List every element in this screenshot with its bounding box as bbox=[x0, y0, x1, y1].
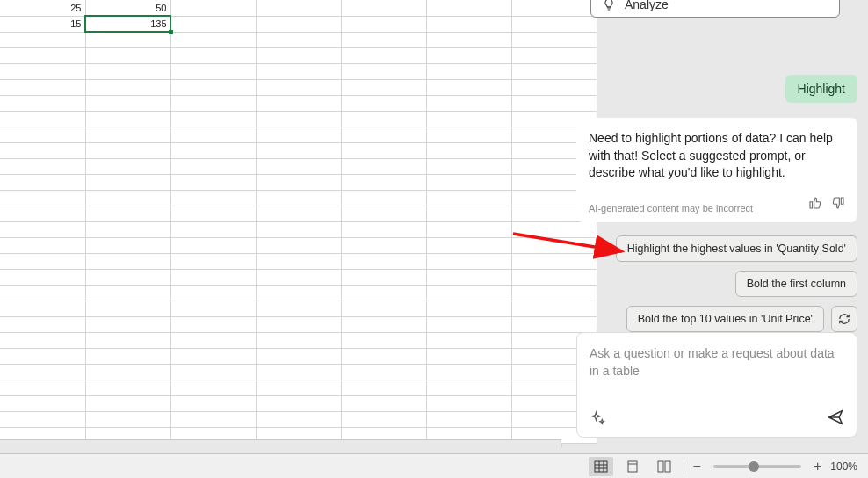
cell[interactable] bbox=[256, 206, 341, 221]
cell[interactable] bbox=[426, 63, 511, 79]
cell[interactable] bbox=[170, 316, 256, 332]
cell[interactable] bbox=[0, 237, 85, 253]
cell[interactable] bbox=[256, 332, 341, 348]
cell[interactable] bbox=[85, 111, 170, 127]
view-normal-button[interactable] bbox=[589, 457, 613, 476]
cell[interactable] bbox=[511, 95, 597, 111]
cell[interactable] bbox=[170, 47, 256, 63]
cell[interactable] bbox=[85, 63, 170, 79]
cell[interactable] bbox=[341, 316, 426, 332]
cell[interactable] bbox=[170, 253, 256, 269]
cell[interactable] bbox=[256, 348, 341, 364]
cell[interactable] bbox=[341, 395, 426, 411]
suggestion-bold-first-column[interactable]: Bold the first column bbox=[735, 271, 857, 297]
cell[interactable] bbox=[0, 301, 85, 316]
cell[interactable] bbox=[341, 47, 426, 63]
cell[interactable] bbox=[0, 32, 85, 47]
cell[interactable] bbox=[0, 190, 85, 206]
chat-input-card[interactable]: Ask a question or make a request about d… bbox=[576, 332, 857, 438]
cell[interactable] bbox=[170, 301, 256, 316]
cell[interactable] bbox=[85, 269, 170, 285]
thumbs-down-icon[interactable] bbox=[831, 196, 845, 210]
zoom-out-button[interactable]: − bbox=[691, 459, 703, 474]
cell[interactable] bbox=[256, 316, 341, 332]
cell[interactable] bbox=[426, 174, 511, 190]
cell[interactable] bbox=[256, 127, 341, 142]
cell[interactable] bbox=[85, 395, 170, 411]
cell[interactable] bbox=[256, 0, 341, 16]
cell[interactable] bbox=[170, 221, 256, 237]
cell[interactable] bbox=[170, 206, 256, 221]
cell[interactable] bbox=[426, 427, 511, 443]
cell[interactable] bbox=[426, 380, 511, 395]
cell[interactable] bbox=[341, 427, 426, 443]
cell[interactable] bbox=[256, 269, 341, 285]
spreadsheet-grid[interactable]: 255015135 bbox=[0, 0, 562, 447]
cell[interactable] bbox=[341, 16, 426, 32]
cell[interactable] bbox=[85, 47, 170, 63]
cell[interactable] bbox=[256, 380, 341, 395]
cell[interactable] bbox=[341, 127, 426, 142]
cell[interactable] bbox=[341, 32, 426, 47]
cell[interactable] bbox=[170, 411, 256, 427]
cell[interactable] bbox=[170, 95, 256, 111]
cell[interactable] bbox=[426, 47, 511, 63]
cell[interactable] bbox=[85, 348, 170, 364]
cell[interactable] bbox=[426, 206, 511, 221]
cell[interactable] bbox=[170, 364, 256, 380]
cell[interactable] bbox=[341, 364, 426, 380]
cell[interactable] bbox=[170, 79, 256, 95]
cell[interactable] bbox=[0, 285, 85, 301]
zoom-slider[interactable] bbox=[713, 465, 801, 468]
cell[interactable] bbox=[511, 79, 597, 95]
cell[interactable] bbox=[426, 237, 511, 253]
cell[interactable] bbox=[85, 32, 170, 47]
cell[interactable] bbox=[85, 127, 170, 142]
cell[interactable] bbox=[426, 348, 511, 364]
cell[interactable] bbox=[341, 411, 426, 427]
cell[interactable] bbox=[341, 301, 426, 316]
cell[interactable] bbox=[511, 0, 597, 16]
cell[interactable] bbox=[426, 364, 511, 380]
cell[interactable] bbox=[85, 174, 170, 190]
cell[interactable]: 50 bbox=[85, 0, 170, 16]
cell[interactable] bbox=[85, 427, 170, 443]
cell[interactable] bbox=[426, 0, 511, 16]
cell[interactable] bbox=[0, 142, 85, 158]
cell[interactable] bbox=[341, 95, 426, 111]
cell[interactable] bbox=[256, 285, 341, 301]
refresh-suggestions-button[interactable] bbox=[831, 306, 857, 332]
cell[interactable] bbox=[170, 127, 256, 142]
cell[interactable] bbox=[170, 174, 256, 190]
cell[interactable] bbox=[426, 411, 511, 427]
thumbs-up-icon[interactable] bbox=[808, 196, 822, 210]
cell[interactable] bbox=[256, 411, 341, 427]
cell[interactable] bbox=[256, 221, 341, 237]
cell[interactable] bbox=[0, 364, 85, 380]
cell[interactable] bbox=[85, 332, 170, 348]
cell[interactable] bbox=[85, 380, 170, 395]
analyze-suggestion-card[interactable]: Analyze bbox=[590, 0, 840, 18]
suggestion-bold-top10[interactable]: Bold the top 10 values in 'Unit Price' bbox=[626, 306, 824, 332]
cell[interactable] bbox=[0, 395, 85, 411]
cell[interactable] bbox=[0, 79, 85, 95]
cell[interactable] bbox=[426, 111, 511, 127]
cell[interactable] bbox=[341, 111, 426, 127]
cell[interactable] bbox=[341, 142, 426, 158]
cell[interactable] bbox=[0, 253, 85, 269]
cell[interactable] bbox=[170, 111, 256, 127]
cell[interactable] bbox=[170, 395, 256, 411]
cell[interactable] bbox=[85, 158, 170, 174]
cell[interactable] bbox=[0, 111, 85, 127]
cell[interactable] bbox=[0, 63, 85, 79]
cell[interactable] bbox=[170, 348, 256, 364]
suggestion-highlight-highest[interactable]: Highlight the highest values in 'Quantit… bbox=[616, 235, 857, 262]
view-page-break-button[interactable] bbox=[652, 457, 676, 476]
cell[interactable] bbox=[426, 332, 511, 348]
cell[interactable] bbox=[341, 269, 426, 285]
cell[interactable] bbox=[170, 158, 256, 174]
cell[interactable] bbox=[426, 221, 511, 237]
cell[interactable] bbox=[341, 206, 426, 221]
cell[interactable] bbox=[0, 158, 85, 174]
cell[interactable] bbox=[170, 285, 256, 301]
